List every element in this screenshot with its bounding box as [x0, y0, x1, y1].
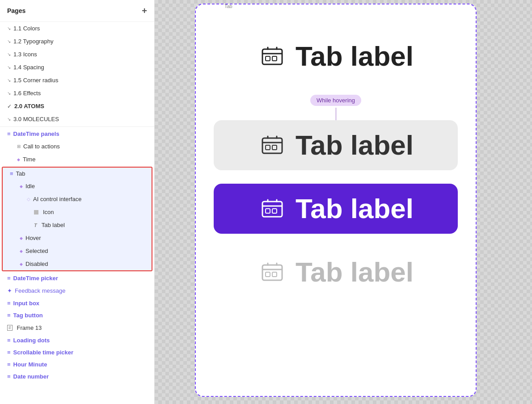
sidebar-item-icons[interactable]: ↘ 1.3 Icons [0, 48, 154, 61]
sidebar-item-typography[interactable]: ↘ 1.2 Typography [0, 35, 154, 48]
tab-label-nav: Tab [16, 170, 25, 177]
canvas-background: Tab Tab label While hovering [155, 0, 532, 404]
sidebar-item-datetime-picker[interactable]: ≡ DateTime picker [0, 272, 154, 284]
tab-variant-selected[interactable]: Tab label [214, 184, 458, 234]
sidebar-item-ai-control[interactable]: ◇ AI control interface [3, 193, 152, 206]
idle-label: Idle [25, 183, 35, 189]
sidebar-item-hover[interactable]: ◆ Hover [3, 231, 152, 244]
arrow-icon: ↘ [7, 52, 11, 57]
lines-icon: ≡ [7, 373, 11, 380]
svg-rect-16 [266, 209, 270, 213]
sidebar-item-time[interactable]: ◆ Time [0, 153, 154, 166]
sidebar-item-molecules[interactable]: ↘ 3.0 MOLECULES [0, 113, 154, 126]
diamond-icon: ◆ [20, 249, 23, 253]
sidebar-item-call-to-actions[interactable]: ⊞ Call to actions [0, 140, 154, 153]
tab-icon-selected [258, 194, 287, 223]
svg-rect-5 [272, 56, 277, 61]
svg-rect-23 [272, 272, 277, 277]
grid-icon: ⊞ [17, 144, 21, 149]
sidebar-item-atoms[interactable]: ✓ 2.0 ATOMS [0, 100, 154, 113]
tooltip-line [336, 108, 336, 120]
page-label-icons: 1.3 Icons [13, 51, 37, 58]
tab-label-hover: Tab label [296, 131, 414, 159]
sidebar-item-loading-dots[interactable]: ≡ Loading dots [0, 334, 154, 346]
arrow-icon: ↘ [7, 65, 11, 70]
diamond-icon: ◆ [17, 157, 20, 162]
diamond-outline-icon: ◇ [27, 197, 30, 202]
page-label-molecules: 3.0 MOLECULES [13, 116, 59, 122]
sidebar-item-scrollable-time-picker[interactable]: ≡ Scrollable time picker [0, 346, 154, 358]
sidebar-item-datetime-panels[interactable]: ≡ DateTime panels [0, 128, 154, 140]
sidebar-item-spacing[interactable]: ↘ 1.4 Spacing [0, 61, 154, 74]
main-canvas: Tab Tab label While hovering [155, 0, 532, 404]
tab-variant-hover[interactable]: Tab label [214, 120, 458, 170]
date-number-label: Date number [13, 373, 49, 380]
sidebar-item-idle[interactable]: ◆ Idle [3, 180, 152, 193]
tab-variant-idle[interactable]: Tab label [214, 31, 458, 81]
sidebar-item-colors[interactable]: ↘ 1.1 Colors [0, 22, 154, 35]
datetime-panels-label: DateTime panels [13, 130, 59, 137]
lines-icon: ≡ [7, 275, 11, 282]
page-label-effects: 1.6 Effects [13, 90, 41, 97]
divider [0, 126, 154, 127]
sidebar-item-disabled[interactable]: ◆ Disabled [3, 257, 152, 270]
sidebar-item-hour-minute[interactable]: ≡ Hour Minute [0, 358, 154, 370]
tab-icon-disabled [258, 258, 287, 286]
datetime-picker-label: DateTime picker [13, 275, 58, 282]
pages-section: ↘ 1.1 Colors ↘ 1.2 Typography ↘ 1.3 Icon… [0, 22, 154, 126]
lines-icon: ≡ [7, 349, 11, 356]
sidebar-item-date-number[interactable]: ≡ Date number [0, 370, 154, 383]
lines-icon: ≡ [7, 312, 11, 319]
call-to-actions-label: Call to actions [23, 143, 60, 150]
svg-rect-10 [266, 145, 270, 150]
input-box-label: Input box [13, 300, 40, 307]
sidebar-item-selected[interactable]: ◆ Selected [3, 244, 152, 257]
sidebar-item-frame13[interactable]: # Frame 13 [0, 321, 154, 334]
arrow-icon: ↘ [7, 39, 11, 44]
hover-tooltip: While hovering [310, 95, 361, 106]
page-label-colors: 1.1 Colors [13, 25, 40, 32]
loading-dots-label: Loading dots [13, 337, 50, 344]
hover-label: Hover [25, 235, 41, 241]
sidebar-item-tab[interactable]: ≡ Tab [3, 168, 152, 180]
svg-rect-17 [272, 209, 277, 213]
page-label-corner-radius: 1.5 Corner radius [13, 77, 58, 84]
arrow-icon: ↘ [7, 78, 11, 83]
frame-icon: # [7, 325, 13, 331]
tab-label-idle: Tab label [296, 42, 414, 70]
page-label-typography: 1.2 Typography [13, 38, 53, 45]
tab-variant-disabled: Tab label [214, 247, 458, 297]
sidebar-item-corner-radius[interactable]: ↘ 1.5 Corner radius [0, 74, 154, 87]
svg-rect-11 [272, 145, 277, 150]
lines-icon: ≡ [7, 130, 11, 137]
sidebar-item-tab-label[interactable]: T Tab label [3, 219, 152, 231]
lines-icon: ≡ [7, 337, 11, 344]
page-label-spacing: 1.4 Spacing [13, 64, 44, 71]
scrollable-time-picker-label: Scrollable time picker [13, 349, 73, 356]
arrow-icon: ↘ [7, 91, 11, 96]
tab-label-item: Tab label [42, 222, 65, 228]
selected-label: Selected [25, 248, 48, 254]
sidebar-title: Pages [7, 7, 25, 14]
sidebar-item-effects[interactable]: ↘ 1.6 Effects [0, 87, 154, 100]
diamond-icon: ◆ [20, 262, 23, 266]
time-label: Time [23, 156, 35, 163]
frame-top-label: Tab [223, 4, 234, 9]
arrow-icon: ↘ [7, 26, 11, 31]
tag-button-label: Tag button [13, 312, 43, 319]
hover-section: While hovering Tab label [214, 95, 458, 170]
cross-icon: ✦ [7, 287, 12, 294]
sidebar-item-tag-button[interactable]: ≡ Tag button [0, 309, 154, 321]
check-icon: ✓ [7, 103, 12, 109]
feedback-message-label: Feedback message [15, 287, 65, 294]
frame13-label: Frame 13 [17, 324, 42, 331]
sidebar-item-input-box[interactable]: ≡ Input box [0, 297, 154, 309]
hour-minute-label: Hour Minute [13, 361, 47, 368]
sidebar-item-icon[interactable]: Icon [3, 206, 152, 219]
diamond-icon: ◆ [20, 184, 23, 189]
add-page-button[interactable]: + [142, 6, 147, 15]
frame-container: Tab Tab label While hovering [195, 4, 477, 397]
icon-label-nav: Icon [43, 209, 54, 215]
arrow-icon: ↘ [7, 117, 11, 122]
sidebar-item-feedback-message[interactable]: ✦ Feedback message [0, 284, 154, 297]
